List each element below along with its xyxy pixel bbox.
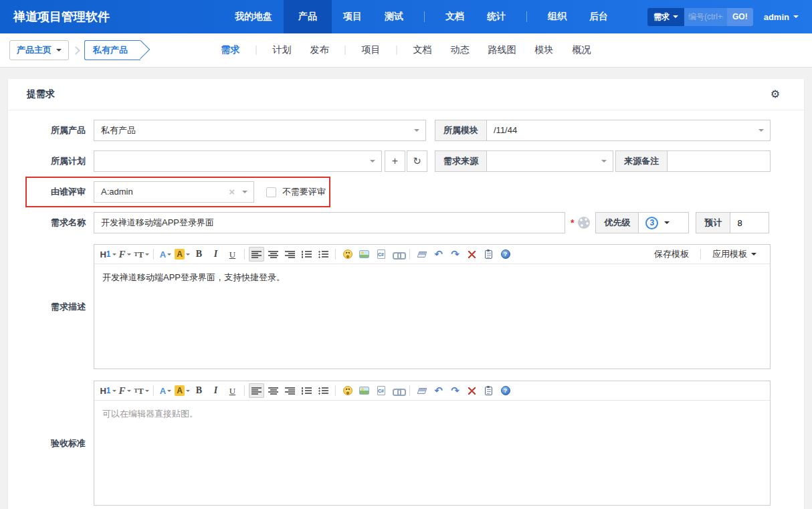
topnav-item-qa[interactable]: 测试 [373,0,415,33]
verify-editor-content[interactable]: 可以在编辑器直接贴图。 [94,401,770,505]
story-form: 所属产品 私有产品 所属模块 /11/44 所属计划 [8,110,804,509]
toolbar-divider [244,385,245,396]
gear-icon[interactable]: ⚙ [771,89,780,100]
topnav-item-org[interactable]: 组织 [536,0,578,33]
insert-link-icon[interactable] [390,383,405,398]
insert-image-icon[interactable] [357,383,372,398]
subnav-item-roadmap[interactable]: 路线图 [488,44,516,56]
remove-format-icon[interactable] [414,247,429,262]
align-left-icon[interactable] [249,247,264,262]
refresh-icon[interactable]: ↻ [407,150,427,172]
subnav-item-story[interactable]: 需求 [221,44,240,56]
unordered-list-icon[interactable] [316,247,331,262]
redo-icon[interactable]: ↷ [447,247,463,262]
source-group: 需求来源 [435,150,613,172]
story-name-input[interactable] [94,212,565,233]
align-right-icon[interactable] [282,247,298,262]
redo-icon[interactable]: ↷ [447,383,463,398]
clear-icon[interactable]: × [229,182,235,202]
module-select[interactable]: /11/44 [487,120,770,140]
color-palette-icon[interactable] [578,217,590,229]
topnav-item-doc[interactable]: 文档 [434,0,476,33]
breadcrumb-product-label: 私有产品 [93,44,128,56]
bold-icon[interactable]: B [191,383,207,398]
italic-icon[interactable]: I [208,383,223,398]
help-icon[interactable]: ? [498,247,513,262]
breadcrumb-product-dropdown[interactable]: 私有产品 [84,40,140,60]
topbar: 禅道项目管理软件 我的地盘产品项目测试文档统计组织后台 需求 GO! admin [0,0,812,33]
toolbar-icons: H1FTTAABIUC#↶↷? [100,247,514,262]
no-review-checkbox[interactable] [266,187,276,197]
paste-icon[interactable] [481,247,496,262]
insert-image-icon[interactable] [357,247,372,262]
subnav-item-plan[interactable]: 计划 [273,44,292,56]
subnav-item-project[interactable]: 项目 [362,44,381,56]
undo-icon[interactable]: ↶ [431,247,446,262]
toolbar-divider [335,249,336,260]
align-center-icon[interactable] [266,247,281,262]
chevron-down-icon [673,15,678,21]
estimate-input[interactable] [730,213,769,233]
row-verify: 验收标准 H1FTTAABIUC#↶↷? 可以在编辑器直接贴图。 [8,381,771,506]
save-template-button[interactable]: 保存模板 [646,248,697,260]
reviewer-select[interactable]: A:admin × [94,181,254,203]
insert-link-icon[interactable] [390,247,405,262]
remove-format-icon[interactable] [414,383,429,398]
apply-template-button[interactable]: 应用模板 [704,248,765,260]
align-left-icon[interactable] [249,383,264,398]
ordered-list-icon[interactable] [299,247,314,262]
shrink-icon[interactable] [464,247,480,262]
source-select[interactable] [487,151,613,171]
subnav-item-view[interactable]: 概况 [573,44,591,56]
italic-icon[interactable]: I [208,247,223,262]
priority-select[interactable]: 3 [639,213,676,233]
align-center-icon[interactable] [266,383,281,398]
topnav-item-my[interactable]: 我的地盘 [223,0,284,33]
heading-icon[interactable]: H1 [100,247,116,262]
insert-code-icon[interactable]: C# [373,247,389,262]
topnav-item-project[interactable]: 项目 [332,0,373,33]
paste-icon[interactable] [481,383,496,398]
highlight-color-icon[interactable]: A [175,247,190,262]
topnav-item-report[interactable]: 统计 [476,0,517,33]
subnav-item-module[interactable]: 模块 [535,44,554,56]
font-color-icon[interactable]: A [158,383,173,398]
insert-code-icon[interactable]: C# [373,383,389,398]
search-input[interactable] [684,8,727,26]
breadcrumb-home-dropdown[interactable]: 产品主页 [9,40,69,60]
topnav-item-admin[interactable]: 后台 [578,0,619,33]
undo-icon[interactable]: ↶ [431,383,446,398]
toolbar-divider [244,249,245,260]
font-size-icon[interactable]: TT [134,247,149,262]
highlight-color-icon[interactable]: A [175,383,190,398]
align-right-icon[interactable] [282,383,298,398]
shrink-icon[interactable] [464,383,480,398]
user-menu[interactable]: admin [764,12,799,22]
underline-icon[interactable]: U [225,247,240,262]
emoticon-icon[interactable] [340,383,355,398]
font-family-icon[interactable]: F [117,383,132,398]
go-button[interactable]: GO! [727,8,753,26]
help-icon[interactable]: ? [498,383,513,398]
underline-icon[interactable]: U [225,383,240,398]
product-select[interactable]: 私有产品 [94,120,426,141]
plan-select[interactable] [94,150,382,172]
ordered-list-icon[interactable] [299,383,314,398]
topbar-right: 需求 GO! admin [647,0,812,33]
source-note-input[interactable] [668,151,770,171]
spec-editor-content[interactable]: 开发禅道移动端APP登录界面，支持快捷登录。 [94,264,770,369]
emoticon-icon[interactable] [340,247,355,262]
font-size-icon[interactable]: TT [134,383,149,398]
unordered-list-icon[interactable] [316,383,331,398]
add-plan-button[interactable]: + [385,150,405,172]
subnav-item-release[interactable]: 发布 [310,44,329,56]
subnav-item-dynamic[interactable]: 动态 [451,44,470,56]
topnav-item-product[interactable]: 产品 [284,0,332,33]
font-family-icon[interactable]: F [117,247,132,262]
heading-icon[interactable]: H1 [100,383,116,398]
bold-icon[interactable]: B [191,247,207,262]
module-value: /11/44 [494,125,517,135]
font-color-icon[interactable]: A [158,247,173,262]
subnav-item-doc[interactable]: 文档 [413,44,432,56]
search-type-dropdown[interactable]: 需求 [647,8,684,26]
